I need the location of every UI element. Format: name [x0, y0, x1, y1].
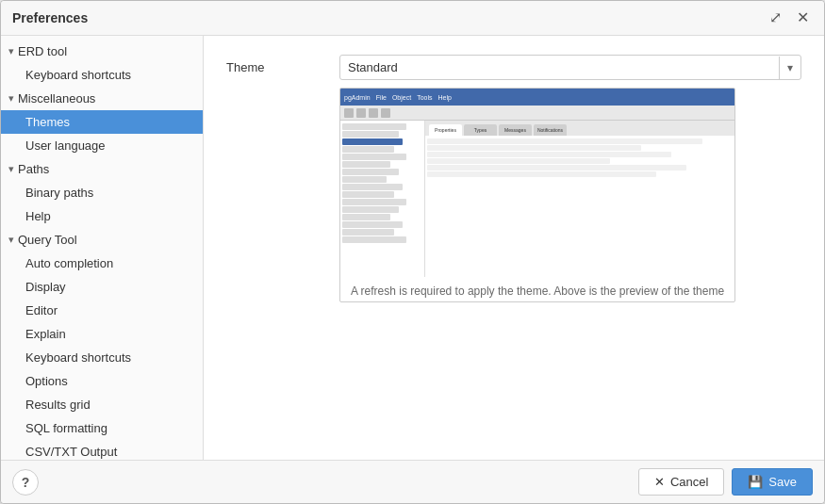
sidebar-item-help[interactable]: Help [1, 204, 203, 228]
theme-dropdown-arrow[interactable]: ▾ [779, 57, 800, 79]
tree-item-10 [342, 191, 394, 198]
preview-toolbar-btn-3 [369, 108, 378, 118]
tree-item-2 [342, 131, 399, 138]
tree-item-16 [342, 236, 406, 243]
sidebar-item-explain[interactable]: Explain [1, 322, 203, 346]
tree-item-4 [342, 146, 394, 153]
sidebar-group-miscellaneous: ▾MiscellaneousThemesUser language [1, 87, 203, 157]
tree-item-9 [342, 184, 403, 190]
preview-right-panel: Properties Types Messages Notifications [425, 121, 734, 277]
tree-item-14 [342, 221, 403, 228]
sidebar-item-user-language[interactable]: User language [1, 134, 203, 157]
preview-toolbar-btn-2 [356, 108, 366, 118]
sidebar-item-results-grid[interactable]: Results grid [1, 393, 203, 416]
content-row-5 [427, 165, 686, 171]
tab-label-3: Messages [504, 127, 526, 133]
tree-item-5 [342, 154, 406, 160]
sidebar-item-options[interactable]: Options [1, 369, 203, 393]
preview-caption: A refresh is required to apply the theme… [340, 277, 734, 301]
expand-button[interactable]: ⤢ [766, 8, 785, 27]
tree-item-15 [342, 229, 394, 236]
footer-left: ? [12, 469, 39, 496]
close-button[interactable]: ✕ [793, 8, 813, 27]
sidebar-group-paths: ▾PathsBinary pathsHelp [1, 157, 203, 228]
content-row-4 [427, 158, 610, 164]
preview-tab-properties: Properties [429, 124, 462, 136]
tree-item-6 [342, 161, 390, 168]
sidebar-item-editor[interactable]: Editor [1, 299, 203, 322]
tab-label-2: Types [474, 127, 487, 133]
tree-item-8 [342, 176, 387, 183]
theme-form-row: Theme Standard ▾ pgAdmin File Objec [226, 55, 801, 302]
sidebar: ▾ERD toolKeyboard shortcuts▾Miscellaneou… [1, 36, 204, 460]
preview-tab-types: Types [464, 124, 497, 136]
preview-tree [340, 121, 425, 277]
tree-item-12 [342, 206, 399, 213]
dialog-body: ▾ERD toolKeyboard shortcuts▾Miscellaneou… [1, 36, 824, 460]
dialog-header-actions: ⤢ ✕ [766, 8, 813, 27]
theme-label: Theme [226, 55, 339, 74]
tab-label-1: Properties [435, 127, 456, 133]
preview-menu-tools: Tools [417, 94, 432, 101]
preview-toolbar-btn-1 [344, 108, 354, 118]
preview-menu-help: Help [438, 94, 452, 101]
preview-tab-messages: Messages [499, 124, 532, 136]
sidebar-group-header-query-tool[interactable]: ▾Query Tool [1, 228, 203, 252]
sidebar-item-keyboard-shortcuts[interactable]: Keyboard shortcuts [1, 346, 203, 369]
content-row-2 [427, 145, 641, 151]
tree-item-13 [342, 214, 390, 220]
sidebar-item-auto-completion[interactable]: Auto completion [1, 252, 203, 275]
tree-item-11 [342, 199, 406, 205]
preview-toolbar-btn-4 [381, 108, 390, 118]
preview-brand: pgAdmin [344, 94, 371, 101]
sidebar-group-label-miscellaneous: Miscellaneous [18, 91, 95, 106]
collapse-icon-query-tool: ▾ [8, 234, 14, 246]
sidebar-item-csv-txt-output[interactable]: CSV/TXT Output [1, 440, 203, 460]
sidebar-item-themes[interactable]: Themes [1, 110, 203, 134]
theme-select-wrap[interactable]: Standard ▾ [339, 55, 801, 80]
sidebar-item-display[interactable]: Display [1, 275, 203, 299]
dialog-title: Preferences [12, 10, 88, 25]
preview-tab-notifications: Notifications [534, 124, 567, 136]
theme-control-wrap: Standard ▾ pgAdmin File Object Tools [339, 55, 801, 302]
preview-content [425, 136, 734, 277]
sidebar-group-query-tool: ▾Query ToolAuto completionDisplayEditorE… [1, 228, 203, 460]
preview-tabs: Properties Types Messages Notifications [425, 121, 734, 136]
cancel-icon: ✕ [654, 475, 665, 489]
footer-right: ✕ Cancel 💾 Save [638, 468, 813, 496]
sidebar-group-header-miscellaneous[interactable]: ▾Miscellaneous [1, 87, 203, 110]
preview-main: Properties Types Messages Notifications [340, 121, 734, 277]
sidebar-group-label-paths: Paths [18, 162, 49, 176]
collapse-icon-paths: ▾ [8, 163, 14, 175]
sidebar-group-header-paths[interactable]: ▾Paths [1, 157, 203, 181]
sidebar-group-label-query-tool: Query Tool [18, 233, 77, 247]
save-label: Save [768, 475, 797, 489]
cancel-label: Cancel [670, 475, 708, 489]
save-button[interactable]: 💾 Save [732, 468, 813, 496]
content-row-1 [427, 138, 702, 144]
cancel-button[interactable]: ✕ Cancel [638, 468, 724, 496]
collapse-icon-miscellaneous: ▾ [8, 92, 14, 105]
save-icon: 💾 [748, 475, 763, 489]
sidebar-group-header-erd-tool[interactable]: ▾ERD tool [1, 40, 203, 63]
tree-item-1 [342, 123, 406, 130]
theme-select-value: Standard [340, 56, 779, 79]
tab-label-4: Notifications [537, 127, 563, 133]
preview-toolbar [340, 106, 734, 121]
sidebar-group-label-erd-tool: ERD tool [18, 44, 67, 58]
pgadmin-preview: pgAdmin File Object Tools Help [340, 89, 734, 277]
dialog-footer: ? ✕ Cancel 💾 Save [1, 460, 824, 503]
dialog-header: Preferences ⤢ ✕ [1, 1, 824, 36]
sidebar-item-sql-formatting[interactable]: SQL formatting [1, 416, 203, 440]
preview-menubar: pgAdmin File Object Tools Help [340, 89, 734, 106]
help-button[interactable]: ? [12, 469, 39, 496]
main-content: Theme Standard ▾ pgAdmin File Objec [204, 36, 824, 460]
sidebar-item-binary-paths[interactable]: Binary paths [1, 181, 203, 204]
preview-image: pgAdmin File Object Tools Help [340, 89, 734, 277]
tree-item-3 [342, 138, 403, 145]
content-row-6 [427, 171, 656, 177]
preview-menu-object: Object [392, 94, 411, 101]
sidebar-item-erd-keyboard-shortcuts[interactable]: Keyboard shortcuts [1, 63, 203, 87]
collapse-icon-erd-tool: ▾ [8, 45, 14, 57]
tree-item-7 [342, 169, 399, 175]
